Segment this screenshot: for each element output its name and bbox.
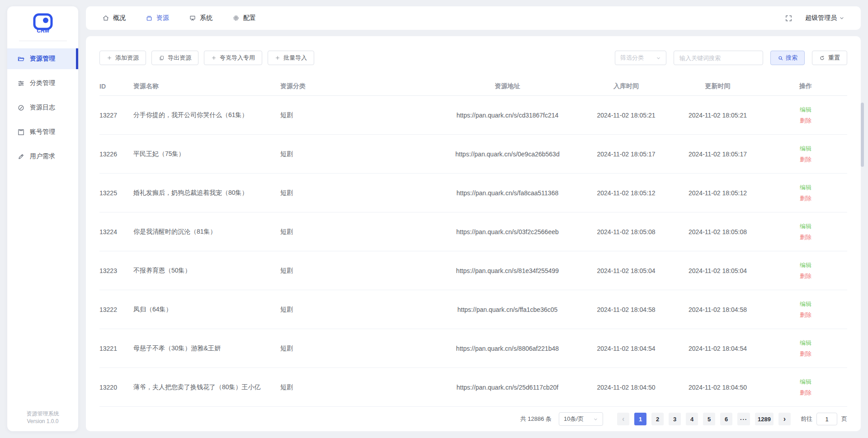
sidebar-item-label: 分类管理 xyxy=(30,79,55,87)
column-header-操作: 操作 xyxy=(764,82,847,90)
delete-link[interactable]: 删除 xyxy=(800,155,811,164)
table-row: 13221母慈子不孝（30集）游雅&王妍短剧https://pan.quark.… xyxy=(99,329,847,368)
tab-label: 系统 xyxy=(200,14,212,22)
edit-link[interactable]: 编辑 xyxy=(800,222,811,231)
toolbar-button-导出资源[interactable]: 导出资源 xyxy=(151,51,198,65)
delete-link[interactable]: 删除 xyxy=(800,311,811,319)
search-icon xyxy=(778,55,783,61)
table-row: 13220薄爷，夫人把您卖了换钱花了（80集）王小亿短剧https://pan.… xyxy=(99,368,847,407)
row-id: 13222 xyxy=(99,306,133,313)
edit-link[interactable]: 编辑 xyxy=(800,145,811,153)
goto-page-input[interactable] xyxy=(816,413,837,425)
row-id: 13220 xyxy=(99,384,133,391)
plus-icon xyxy=(211,55,217,61)
delete-link[interactable]: 删除 xyxy=(800,389,811,397)
delete-link[interactable]: 删除 xyxy=(800,233,811,241)
row-id: 13227 xyxy=(99,112,133,119)
row-category: 短剧 xyxy=(280,306,434,314)
prev-page-button[interactable]: ‹ xyxy=(617,413,629,425)
sidebar-item-资源日志[interactable]: 资源日志 xyxy=(7,97,78,118)
sidebar-item-用户需求[interactable]: 用户需求 xyxy=(7,146,78,167)
page-ellipsis[interactable]: ··· xyxy=(737,413,750,425)
row-actions: 编辑 删除 xyxy=(764,378,847,397)
toolbar-button-添加资源[interactable]: 添加资源 xyxy=(99,51,146,65)
row-id: 13224 xyxy=(99,228,133,235)
row-url: https://pan.quark.cn/s/03f2c2566eeb xyxy=(434,228,581,235)
table-row: 13222凤归（64集）短剧https://pan.quark.cn/s/ffa… xyxy=(99,290,847,329)
row-updated-at: 2024-11-02 18:05:17 xyxy=(671,151,764,158)
board-icon xyxy=(189,14,196,22)
column-header-资源名称: 资源名称 xyxy=(133,82,280,90)
category-filter-select[interactable]: 筛选分类 xyxy=(615,51,666,65)
pagination: 共 12886 条 10条/页 ‹ 123456···1289 › 前往 页 xyxy=(99,412,847,426)
row-created-at: 2024-11-02 18:05:17 xyxy=(581,151,671,158)
edit-link[interactable]: 编辑 xyxy=(800,339,811,347)
row-updated-at: 2024-11-02 18:04:50 xyxy=(671,384,764,391)
row-url: https://pan.quark.cn/s/8806af221b48 xyxy=(434,345,581,352)
edit-link[interactable]: 编辑 xyxy=(800,300,811,308)
row-created-at: 2024-11-02 18:05:21 xyxy=(581,112,671,119)
tab-配置[interactable]: 配置 xyxy=(232,14,256,22)
delete-link[interactable]: 删除 xyxy=(800,272,811,280)
chevron-down-icon xyxy=(593,417,598,422)
page-button-4[interactable]: 4 xyxy=(686,413,698,425)
delete-link[interactable]: 删除 xyxy=(800,194,811,203)
next-page-button[interactable]: › xyxy=(778,413,791,425)
delete-link[interactable]: 删除 xyxy=(800,117,811,125)
gear-icon xyxy=(232,14,240,22)
fullscreen-icon[interactable] xyxy=(785,14,793,22)
page-button-2[interactable]: 2 xyxy=(651,413,664,425)
tab-概况[interactable]: 概况 xyxy=(102,14,126,22)
reset-button[interactable]: 重置 xyxy=(812,51,847,65)
row-name: 你是我清醒时的沉沦（81集） xyxy=(133,228,280,236)
row-name: 平民王妃（75集） xyxy=(133,150,280,158)
account-frame-icon xyxy=(17,128,25,136)
row-category: 短剧 xyxy=(280,267,434,275)
page-button-6[interactable]: 6 xyxy=(720,413,732,425)
tab-label: 资源 xyxy=(156,14,169,22)
page-size-value: 10条/页 xyxy=(564,415,584,423)
row-name: 薄爷，夫人把您卖了换钱花了（80集）王小亿 xyxy=(133,383,280,391)
toolbar-button-label: 添加资源 xyxy=(115,54,139,62)
sidebar-footer: 资源管理系统 Version 1.0.0 xyxy=(7,410,78,425)
page-button-1289[interactable]: 1289 xyxy=(755,413,774,425)
row-updated-at: 2024-11-02 18:04:54 xyxy=(671,345,764,352)
page-button-3[interactable]: 3 xyxy=(669,413,681,425)
toolbar-button-label: 夸克导入专用 xyxy=(220,54,255,62)
page-size-select[interactable]: 10条/页 xyxy=(559,412,603,426)
folder-open-icon xyxy=(17,55,25,63)
delete-link[interactable]: 删除 xyxy=(800,350,811,358)
page-button-5[interactable]: 5 xyxy=(703,413,715,425)
sidebar-item-资源管理[interactable]: 资源管理 xyxy=(7,48,78,69)
column-header-更新时间: 更新时间 xyxy=(671,82,764,90)
edit-link[interactable]: 编辑 xyxy=(800,184,811,192)
tab-系统[interactable]: 系统 xyxy=(189,14,212,22)
edit-link[interactable]: 编辑 xyxy=(800,261,811,269)
sidebar-item-分类管理[interactable]: 分类管理 xyxy=(7,73,78,94)
vertical-scrollbar-thumb[interactable] xyxy=(861,103,864,167)
user-name: 超级管理员 xyxy=(805,14,837,22)
row-id: 13225 xyxy=(99,189,133,197)
app-logo: CRM xyxy=(7,6,78,41)
page-buttons: 123456···1289 xyxy=(629,413,774,425)
sidebar-item-label: 资源管理 xyxy=(30,55,55,63)
edit-link[interactable]: 编辑 xyxy=(800,106,811,114)
toolbar-filters: 筛选分类 搜索 重置 xyxy=(615,51,847,65)
row-category: 短剧 xyxy=(280,228,434,236)
toolbar-button-夸克导入专用[interactable]: 夸克导入专用 xyxy=(204,51,262,65)
user-menu[interactable]: 超级管理员 xyxy=(805,14,844,22)
page-button-1[interactable]: 1 xyxy=(634,413,646,425)
sidebar-menu: 资源管理 分类管理 资源日志 账号管理 用户需求 xyxy=(7,48,78,167)
row-name: 凤归（64集） xyxy=(133,306,280,314)
search-button[interactable]: 搜索 xyxy=(770,51,805,65)
edit-link[interactable]: 编辑 xyxy=(800,378,811,386)
topbar-tabs: 概况 资源 系统 配置 xyxy=(102,14,256,22)
toolbar-button-批量导入[interactable]: 批量导入 xyxy=(268,51,314,65)
keyword-search-input[interactable] xyxy=(674,51,763,65)
sidebar-item-账号管理[interactable]: 账号管理 xyxy=(7,122,78,142)
row-actions: 编辑 删除 xyxy=(764,261,847,280)
row-updated-at: 2024-11-02 18:05:21 xyxy=(671,112,764,119)
toolbar-button-label: 批量导入 xyxy=(283,54,307,62)
tab-资源[interactable]: 资源 xyxy=(146,14,169,22)
search-button-label: 搜索 xyxy=(786,54,797,62)
